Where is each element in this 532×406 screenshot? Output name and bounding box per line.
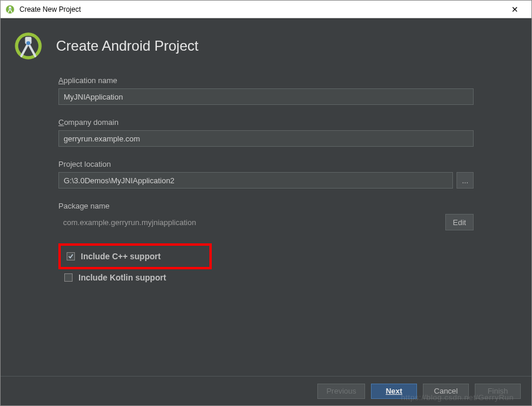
window-title: Create New Project [19,5,503,14]
application-name-input[interactable] [58,88,474,105]
edit-package-button[interactable]: Edit [445,214,474,230]
checkbox-kotlin[interactable] [64,273,73,282]
checkbox-cpp-label: Include C++ support [81,252,160,261]
package-name-value [58,214,442,230]
page-title: Create Android Project [56,38,198,54]
label-package-name: Package name [58,202,474,210]
finish-button: Finish [475,384,521,399]
project-location-input[interactable] [58,172,453,189]
close-icon[interactable]: ✕ [503,5,527,14]
field-project-location: Project location ... [58,160,474,189]
svg-point-6 [27,41,31,45]
dialog-body: Create Android Project Application name … [1,18,531,405]
field-application-name: Application name [58,76,474,105]
cancel-button[interactable]: Cancel [423,384,469,399]
field-company-domain: Company domain [58,118,474,147]
checkbox-cpp-row[interactable]: Include C++ support [63,249,207,263]
next-button[interactable]: Next [371,384,417,399]
checkbox-kotlin-label: Include Kotlin support [78,273,166,282]
android-studio-icon [5,5,15,14]
label-company-domain: Company domain [58,118,474,127]
dialog-window: Create New Project ✕ Create Android Proj… [0,0,532,406]
checkbox-kotlin-row[interactable]: Include Kotlin support [58,270,474,285]
form: Application name Company domain Project … [1,76,531,285]
previous-button: Previous [317,384,365,399]
footer: Previous Next Cancel Finish [1,376,531,405]
svg-point-2 [9,8,11,9]
android-studio-logo-icon [14,31,43,61]
label-application-name: Application name [58,76,474,85]
browse-button[interactable]: ... [457,172,474,189]
label-project-location: Project location [58,160,474,169]
highlight-annotation: Include C++ support [58,243,212,269]
field-package-name: Package name Edit [58,202,474,230]
company-domain-input[interactable] [58,130,474,147]
dialog-header: Create Android Project [1,18,531,76]
checkbox-cpp[interactable] [67,252,75,260]
titlebar: Create New Project ✕ [1,1,531,18]
